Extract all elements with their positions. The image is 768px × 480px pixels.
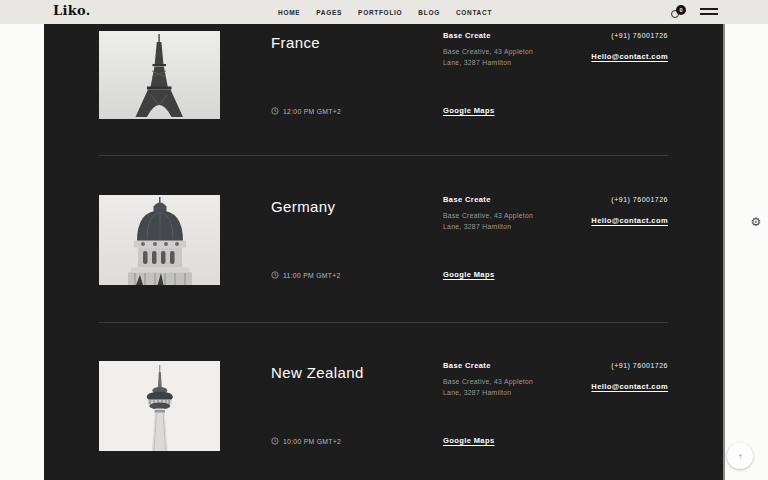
- location-section-new-zealand: New Zealand 10:00 PM GMT+2 Base Create B…: [44, 361, 725, 480]
- phone-number: (+91) 76001726: [591, 32, 668, 39]
- local-time-text: 12:00 PM GMT+2: [283, 108, 341, 115]
- local-time: 12:00 PM GMT+2: [271, 107, 341, 115]
- local-time-text: 11:00 PM GMT+2: [283, 272, 341, 279]
- cart-count-badge: 0: [676, 5, 686, 15]
- location-section-germany: Germany 11:00 PM GMT+2 Base Create Base …: [44, 195, 725, 322]
- theme-settings-button[interactable]: ⚙: [747, 213, 765, 231]
- main-nav: HOME PAGES PORTFOLIO BLOG CONTACT: [278, 0, 492, 24]
- email-link[interactable]: Hello@contact.com: [591, 216, 668, 225]
- phone-number: (+91) 76001726: [591, 196, 668, 203]
- hamburger-menu-button[interactable]: [700, 8, 718, 18]
- company-name: Base Create: [443, 195, 573, 204]
- office-address: Base Creative, 43 Appleton Lane, 3287 Ha…: [443, 210, 573, 232]
- clock-icon: [271, 437, 279, 445]
- email-link[interactable]: Hello@contact.com: [591, 52, 668, 61]
- section-divider: [99, 155, 668, 156]
- email-link[interactable]: Hello@contact.com: [591, 382, 668, 391]
- clock-icon: [271, 107, 279, 115]
- site-logo[interactable]: Liko.: [53, 3, 91, 18]
- scroll-to-top-button[interactable]: ↑: [727, 443, 753, 469]
- nav-item-pages[interactable]: PAGES: [316, 9, 342, 16]
- section-divider: [99, 322, 668, 323]
- google-maps-link[interactable]: Google Maps: [443, 270, 495, 279]
- panel-edge-line: [723, 24, 725, 480]
- country-title: France: [271, 34, 320, 51]
- eiffel-tower-image: [99, 31, 220, 119]
- google-maps-link[interactable]: Google Maps: [443, 436, 495, 445]
- contact-details: (+91) 76001726 Hello@contact.com: [591, 32, 668, 63]
- sky-tower-image: [99, 361, 220, 451]
- country-title: New Zealand: [271, 364, 364, 381]
- country-title: Germany: [271, 198, 336, 215]
- contact-details: (+91) 76001726 Hello@contact.com: [591, 196, 668, 227]
- up-arrow-icon: ↑: [738, 452, 742, 461]
- nav-item-blog[interactable]: BLOG: [418, 9, 440, 16]
- google-maps-link[interactable]: Google Maps: [443, 106, 495, 115]
- clock-icon: [271, 271, 279, 279]
- office-info: Base Create Base Creative, 43 Appleton L…: [443, 195, 573, 232]
- contact-locations-panel: France 12:00 PM GMT+2 Base Create Base C…: [44, 24, 725, 480]
- hamburger-icon: [700, 8, 718, 10]
- nav-item-portfolio[interactable]: PORTFOLIO: [358, 9, 402, 16]
- contact-details: (+91) 76001726 Hello@contact.com: [591, 362, 668, 393]
- site-header: Liko. HOME PAGES PORTFOLIO BLOG CONTACT …: [0, 0, 768, 24]
- office-info: Base Create Base Creative, 43 Appleton L…: [443, 361, 573, 398]
- company-name: Base Create: [443, 31, 573, 40]
- location-section-france: France 12:00 PM GMT+2 Base Create Base C…: [44, 31, 725, 155]
- office-info: Base Create Base Creative, 43 Appleton L…: [443, 31, 573, 68]
- cathedral-dome-image: [99, 195, 220, 285]
- office-address: Base Creative, 43 Appleton Lane, 3287 Ha…: [443, 376, 573, 398]
- local-time: 11:00 PM GMT+2: [271, 271, 341, 279]
- office-address: Base Creative, 43 Appleton Lane, 3287 Ha…: [443, 46, 573, 68]
- cart-button[interactable]: 0: [669, 3, 689, 21]
- phone-number: (+91) 76001726: [591, 362, 668, 369]
- nav-item-home[interactable]: HOME: [278, 9, 300, 16]
- local-time-text: 10:00 PM GMT+2: [283, 438, 341, 445]
- nav-item-contact[interactable]: CONTACT: [456, 9, 492, 16]
- local-time: 10:00 PM GMT+2: [271, 437, 341, 445]
- company-name: Base Create: [443, 361, 573, 370]
- gear-icon: ⚙: [751, 215, 762, 229]
